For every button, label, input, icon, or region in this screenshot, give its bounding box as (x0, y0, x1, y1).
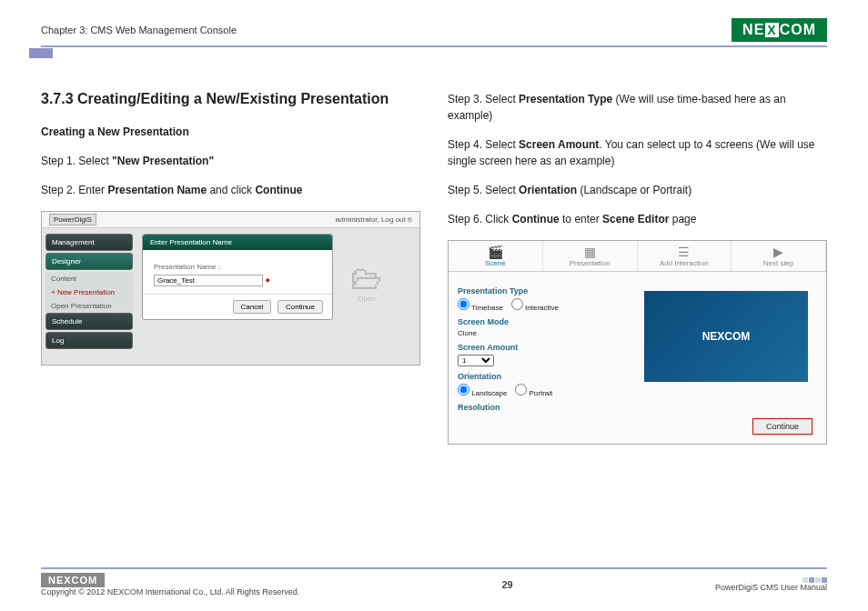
radio-portrait[interactable]: Portrait (515, 389, 552, 397)
page-number: 29 (501, 579, 512, 590)
folder-icon: 🗁 (350, 262, 383, 295)
presentation-name-input[interactable] (154, 275, 263, 286)
sidebar-new-presentation[interactable]: + New Presentation (45, 285, 133, 299)
tab-scene[interactable]: 🎬Scene (449, 241, 543, 271)
tab-add-interaction[interactable]: ☰Add Interaction (638, 241, 732, 271)
continue-button-2[interactable]: Continue (752, 418, 812, 435)
screenshot-new-presentation: PowerDigiS administrator, Log out ⎋ Mana… (41, 211, 420, 366)
sidebar-log[interactable]: Log (45, 332, 133, 349)
sidebar-content[interactable]: Content (45, 272, 133, 285)
step-5: Step 5. Select Orientation (Landscape or… (448, 182, 827, 198)
tab-next-step[interactable]: ▶Next step (732, 241, 826, 271)
cancel-button[interactable]: Cancel (233, 300, 272, 314)
screen-amount-heading: Screen Amount (458, 343, 594, 352)
step-1: Step 1. Select "New Presentation" (41, 153, 420, 169)
resolution-heading: Resolution (458, 403, 594, 412)
next-icon: ▶ (732, 245, 825, 259)
presentation-icon: ▦ (543, 245, 637, 259)
section-title: 3.7.3 Creating/Editing a New/Existing Pr… (41, 91, 420, 107)
continue-button[interactable]: Continue (278, 300, 323, 314)
chapter-title: Chapter 3: CMS Web Management Console (41, 25, 237, 35)
screen-mode-heading: Screen Mode (458, 317, 594, 326)
sidebar-open-presentation[interactable]: Open Presentation (45, 299, 133, 313)
presentation-type-heading: Presentation Type (458, 286, 594, 295)
preview-panel: NEXCOM (644, 291, 808, 382)
open-folder: 🗁 Open (350, 262, 383, 303)
settings-panel: Presentation Type Timebase Interactive S… (458, 281, 594, 415)
step-2: Step 2. Enter Presentation Name and clic… (41, 182, 420, 198)
interaction-icon: ☰ (638, 245, 732, 259)
sidebar-management[interactable]: Management (45, 234, 133, 251)
copyright-text: Copyright © 2012 NEXCOM International Co… (41, 587, 299, 596)
screen-amount-select[interactable]: 1 (458, 355, 494, 366)
login-info: administrator, Log out ⎋ (336, 215, 412, 224)
modal-enter-name: Enter Presentation Name Presentation Nam… (142, 234, 333, 320)
step-3: Step 3. Select Presentation Type (We wil… (448, 91, 827, 124)
step-6: Step 6. Click Continue to enter Scene Ed… (448, 211, 827, 227)
footer-logo: NEXCOM (41, 573, 105, 587)
step-4: Step 4. Select Screen Amount. You can se… (448, 136, 827, 169)
sidebar-schedule[interactable]: Schedule (45, 313, 133, 330)
sidebar: Management Designer Content + New Presen… (45, 234, 133, 351)
manual-name: PowerDigiS CMS User Manual (715, 583, 827, 592)
orientation-heading: Orientation (458, 372, 594, 381)
scene-icon: 🎬 (449, 245, 542, 259)
page-marker (29, 48, 53, 58)
presentation-name-label: Presentation Name : (154, 263, 321, 271)
app-brand: PowerDigiS (49, 214, 96, 225)
sidebar-designer[interactable]: Designer (45, 253, 133, 270)
nexcom-logo: NEXCOM (732, 18, 827, 42)
tab-presentation[interactable]: ▦Presentation (543, 241, 638, 271)
radio-timebase[interactable]: Timebase (458, 304, 503, 312)
screen-mode-value: Clone (458, 329, 594, 337)
modal-title: Enter Presentation Name (143, 235, 332, 250)
subsection-title: Creating a New Presentation (41, 125, 420, 138)
radio-interactive[interactable]: Interactive (511, 304, 559, 312)
screenshot-presentation-type: 🎬Scene ▦Presentation ☰Add Interaction ▶N… (448, 240, 827, 445)
radio-landscape[interactable]: Landscape (458, 389, 507, 397)
